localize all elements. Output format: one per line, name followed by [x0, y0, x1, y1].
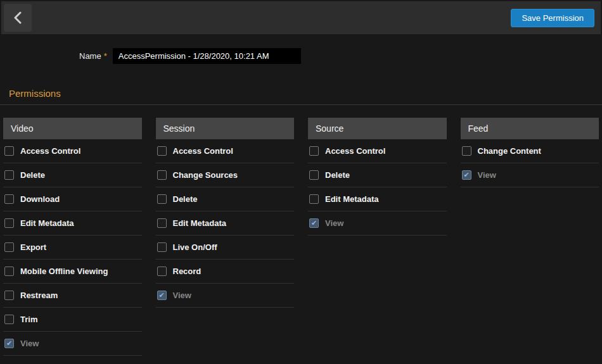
permission-row[interactable]: Edit Metadata	[156, 211, 295, 235]
permission-row[interactable]: ✔View	[461, 163, 599, 187]
checkbox-unchecked-icon[interactable]	[4, 315, 14, 324]
permissions-grid: VideoAccess ControlDeleteDownloadEdit Me…	[0, 118, 602, 356]
permission-label: Edit Metadata	[173, 218, 227, 228]
permission-label: Record	[173, 267, 202, 276]
permission-label: Edit Metadata	[325, 194, 379, 204]
checkbox-unchecked-icon[interactable]	[157, 170, 167, 180]
checkbox-unchecked-icon[interactable]	[157, 218, 167, 228]
permissions-section-title: Permissions	[9, 88, 602, 99]
checkbox-unchecked-icon[interactable]	[462, 146, 471, 156]
name-form-row: Name *	[0, 48, 602, 64]
permission-label: Trim	[20, 315, 37, 324]
permission-row[interactable]: Download	[3, 187, 142, 211]
permission-row[interactable]: Export	[3, 235, 142, 260]
column-header: Source	[308, 118, 447, 139]
permission-label: Delete	[20, 170, 45, 180]
permission-label: Download	[20, 194, 60, 204]
permission-label: View	[173, 291, 191, 300]
permission-row[interactable]: Restream	[3, 284, 142, 308]
checkbox-unchecked-icon[interactable]	[4, 218, 14, 228]
save-permission-button[interactable]: Save Permission	[511, 9, 594, 27]
permission-label: View	[20, 339, 39, 348]
checkbox-checked-icon[interactable]: ✔	[462, 170, 471, 180]
permission-row[interactable]: Edit Metadata	[3, 211, 142, 235]
permission-label: View	[325, 218, 343, 228]
column-header: Feed	[461, 118, 599, 139]
chevron-left-icon	[13, 11, 22, 24]
permission-row[interactable]: Access Control	[156, 139, 295, 163]
permission-label: Mobile Offline Viewing	[20, 267, 108, 276]
checkbox-unchecked-icon[interactable]	[157, 242, 167, 252]
permission-row[interactable]: Delete	[308, 163, 447, 187]
name-input[interactable]	[113, 48, 301, 64]
permission-row[interactable]: Delete	[3, 163, 142, 187]
permission-label: Access Control	[173, 146, 233, 156]
checkbox-unchecked-icon[interactable]	[309, 194, 319, 204]
permission-label: Delete	[173, 194, 198, 204]
required-marker: *	[104, 51, 107, 61]
permission-label: Access Control	[325, 146, 385, 156]
checkbox-checked-icon[interactable]: ✔	[157, 291, 167, 300]
name-label: Name	[79, 51, 101, 61]
permission-row[interactable]: ✔View	[308, 211, 447, 235]
checkbox-unchecked-icon[interactable]	[157, 146, 167, 156]
permission-column-video: VideoAccess ControlDeleteDownloadEdit Me…	[3, 118, 142, 356]
checkbox-checked-icon[interactable]: ✔	[4, 339, 14, 348]
checkbox-unchecked-icon[interactable]	[157, 194, 167, 204]
permission-label: Access Control	[20, 146, 80, 156]
column-header: Session	[156, 118, 295, 139]
checkbox-unchecked-icon[interactable]	[309, 146, 319, 156]
back-button[interactable]	[4, 4, 32, 32]
permission-label: Export	[20, 242, 46, 252]
permission-row[interactable]: Change Content	[461, 139, 599, 163]
checkbox-unchecked-icon[interactable]	[4, 291, 14, 300]
permission-column-feed: FeedChange Content✔View	[461, 118, 599, 187]
permission-row[interactable]: Trim	[3, 308, 142, 332]
permission-row[interactable]: Access Control	[3, 139, 142, 163]
permission-column-session: SessionAccess ControlChange SourcesDelet…	[156, 118, 295, 308]
checkbox-unchecked-icon[interactable]	[4, 267, 14, 276]
permission-row[interactable]: Record	[156, 260, 295, 284]
permission-label: Change Content	[478, 146, 541, 156]
checkbox-unchecked-icon[interactable]	[4, 194, 14, 204]
permission-row[interactable]: Mobile Offline Viewing	[3, 260, 142, 284]
permission-label: Delete	[325, 170, 350, 180]
top-bar: Save Permission	[1, 1, 601, 34]
permission-label: Edit Metadata	[20, 218, 74, 228]
checkbox-unchecked-icon[interactable]	[4, 242, 14, 252]
checkbox-unchecked-icon[interactable]	[309, 170, 319, 180]
permission-label: Change Sources	[173, 170, 238, 180]
permission-label: Live On/Off	[173, 242, 217, 252]
checkbox-checked-icon[interactable]: ✔	[309, 218, 319, 228]
checkbox-unchecked-icon[interactable]	[4, 146, 14, 156]
permission-row[interactable]: ✔View	[3, 332, 142, 356]
checkbox-unchecked-icon[interactable]	[4, 170, 14, 180]
permission-row[interactable]: Edit Metadata	[308, 187, 447, 211]
column-header: Video	[3, 118, 142, 139]
permission-row[interactable]: Access Control	[308, 139, 447, 163]
permission-row[interactable]: Change Sources	[156, 163, 295, 187]
section-divider	[0, 104, 602, 105]
permission-label: View	[478, 170, 496, 180]
checkbox-unchecked-icon[interactable]	[157, 267, 167, 276]
permission-column-source: SourceAccess ControlDeleteEdit Metadata✔…	[308, 118, 447, 235]
permission-label: Restream	[20, 291, 58, 300]
permission-row[interactable]: ✔View	[156, 284, 295, 308]
permission-row[interactable]: Delete	[156, 187, 295, 211]
permission-row[interactable]: Live On/Off	[156, 235, 295, 260]
